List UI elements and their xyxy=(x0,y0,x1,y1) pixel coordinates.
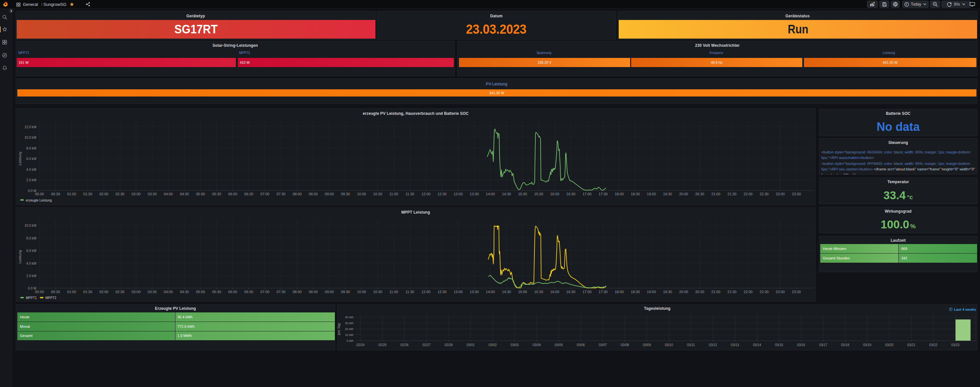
svg-text:03/03: 03/03 xyxy=(511,343,519,347)
svg-text:2.0 kW: 2.0 kW xyxy=(27,274,37,278)
svg-text:18:00: 18:00 xyxy=(615,290,624,294)
svg-text:04:00: 04:00 xyxy=(164,290,173,294)
svg-text:12:00: 12:00 xyxy=(422,290,431,294)
svg-text:erzeugte Leistung: erzeugte Leistung xyxy=(26,198,52,202)
svg-text:10.0 kW: 10.0 kW xyxy=(24,136,37,139)
svg-text:02/25: 02/25 xyxy=(378,343,387,347)
svg-text:15:00: 15:00 xyxy=(518,290,527,294)
svg-text:03/01: 03/01 xyxy=(466,343,475,347)
svg-text:8.0 kW: 8.0 kW xyxy=(27,147,37,150)
svg-text:08:00: 08:00 xyxy=(293,192,302,196)
svg-text:22:00: 22:00 xyxy=(743,290,752,294)
svg-text:10.0 kW: 10.0 kW xyxy=(24,224,37,227)
svg-text:4.0 kW: 4.0 kW xyxy=(27,168,37,171)
svg-text:03/18: 03/18 xyxy=(841,343,850,347)
svg-text:12:30: 12:30 xyxy=(438,192,447,196)
svg-text:22:00: 22:00 xyxy=(743,192,752,196)
svg-text:17:00: 17:00 xyxy=(582,290,592,294)
svg-text:03/19: 03/19 xyxy=(863,343,871,347)
svg-text:08:30: 08:30 xyxy=(309,290,318,294)
svg-text:05:00: 05:00 xyxy=(196,192,205,196)
svg-text:10:00: 10:00 xyxy=(357,290,366,294)
svg-text:0 Wh: 0 Wh xyxy=(347,339,353,342)
svg-text:11:30: 11:30 xyxy=(406,290,414,294)
svg-text:23:30: 23:30 xyxy=(792,290,801,294)
svg-text:20:30: 20:30 xyxy=(695,290,704,294)
svg-text:18:30: 18:30 xyxy=(631,290,640,294)
svg-text:19:00: 19:00 xyxy=(647,290,656,294)
svg-text:12:30: 12:30 xyxy=(438,290,447,294)
svg-text:03/11: 03/11 xyxy=(687,343,695,347)
svg-text:22:30: 22:30 xyxy=(759,192,768,196)
svg-text:09:00: 09:00 xyxy=(325,192,334,196)
svg-text:03/14: 03/14 xyxy=(753,343,761,347)
svg-text:00:30: 00:30 xyxy=(51,192,60,196)
svg-text:06:00: 06:00 xyxy=(228,290,237,294)
svg-text:20:00: 20:00 xyxy=(679,192,688,196)
svg-text:00:30: 00:30 xyxy=(51,290,60,294)
svg-text:06:30: 06:30 xyxy=(244,192,253,196)
svg-text:03:30: 03:30 xyxy=(148,192,157,196)
svg-text:22:30: 22:30 xyxy=(759,290,768,294)
svg-text:16:00: 16:00 xyxy=(550,192,560,196)
svg-text:17:30: 17:30 xyxy=(598,192,608,196)
svg-text:11:00: 11:00 xyxy=(390,290,398,294)
svg-text:03/02: 03/02 xyxy=(489,343,497,347)
svg-text:04:30: 04:30 xyxy=(180,192,189,196)
svg-text:15:30: 15:30 xyxy=(534,290,543,294)
svg-text:03/12: 03/12 xyxy=(709,343,717,347)
svg-text:13:00: 13:00 xyxy=(454,290,463,294)
svg-text:02/26: 02/26 xyxy=(401,343,409,347)
svg-text:07:30: 07:30 xyxy=(276,290,285,294)
svg-text:02:00: 02:00 xyxy=(99,192,108,196)
svg-text:13:30: 13:30 xyxy=(470,192,479,196)
svg-text:21:00: 21:00 xyxy=(711,192,721,196)
svg-text:10:30: 10:30 xyxy=(373,192,382,196)
svg-text:00:00: 00:00 xyxy=(35,192,44,196)
svg-text:02/24: 02/24 xyxy=(356,343,364,347)
svg-text:03/13: 03/13 xyxy=(731,343,739,347)
svg-text:MPPT2: MPPT2 xyxy=(45,296,57,300)
svg-text:13:30: 13:30 xyxy=(470,290,479,294)
svg-text:19:00: 19:00 xyxy=(647,192,656,196)
svg-text:07:00: 07:00 xyxy=(260,290,269,294)
svg-text:09:00: 09:00 xyxy=(325,290,334,294)
svg-text:Leistung: Leistung xyxy=(18,152,22,166)
svg-text:10 Wh: 10 Wh xyxy=(345,333,353,337)
svg-text:23:30: 23:30 xyxy=(792,192,801,196)
svg-text:15:30: 15:30 xyxy=(534,192,543,196)
svg-text:10:00: 10:00 xyxy=(357,192,366,196)
svg-text:03/09: 03/09 xyxy=(643,343,651,347)
svg-text:03/23: 03/23 xyxy=(951,343,959,347)
svg-text:02:30: 02:30 xyxy=(115,290,124,294)
svg-text:16:30: 16:30 xyxy=(566,192,576,196)
svg-text:09:30: 09:30 xyxy=(341,290,350,294)
svg-text:03:00: 03:00 xyxy=(132,290,141,294)
svg-text:02/27: 02/27 xyxy=(422,343,431,347)
svg-text:03/04: 03/04 xyxy=(533,343,541,347)
svg-text:02:00: 02:00 xyxy=(99,290,108,294)
svg-text:18:00: 18:00 xyxy=(615,192,624,196)
svg-text:03/15: 03/15 xyxy=(775,343,783,347)
svg-text:20:30: 20:30 xyxy=(695,192,704,196)
svg-text:14:00: 14:00 xyxy=(486,192,495,196)
svg-text:02:30: 02:30 xyxy=(115,192,124,196)
svg-text:16:30: 16:30 xyxy=(566,290,576,294)
svg-text:12:00: 12:00 xyxy=(422,192,431,196)
svg-text:03/20: 03/20 xyxy=(885,343,893,347)
svg-text:40 Wh: 40 Wh xyxy=(345,316,353,319)
svg-text:6.0 kW: 6.0 kW xyxy=(27,249,37,253)
svg-text:14:00: 14:00 xyxy=(486,290,495,294)
svg-text:Leistung: Leistung xyxy=(18,250,22,264)
svg-text:17:30: 17:30 xyxy=(598,290,608,294)
svg-text:03/17: 03/17 xyxy=(819,343,827,347)
svg-text:8.0 kW: 8.0 kW xyxy=(27,237,37,240)
svg-text:02/28: 02/28 xyxy=(445,343,453,347)
svg-text:pro Tag: pro Tag xyxy=(337,323,341,335)
svg-text:03:00: 03:00 xyxy=(132,192,141,196)
svg-text:14:30: 14:30 xyxy=(502,290,511,294)
svg-text:03/05: 03/05 xyxy=(555,343,563,347)
svg-text:05:00: 05:00 xyxy=(196,290,205,294)
svg-text:04:30: 04:30 xyxy=(180,290,189,294)
svg-text:01:00: 01:00 xyxy=(67,290,76,294)
